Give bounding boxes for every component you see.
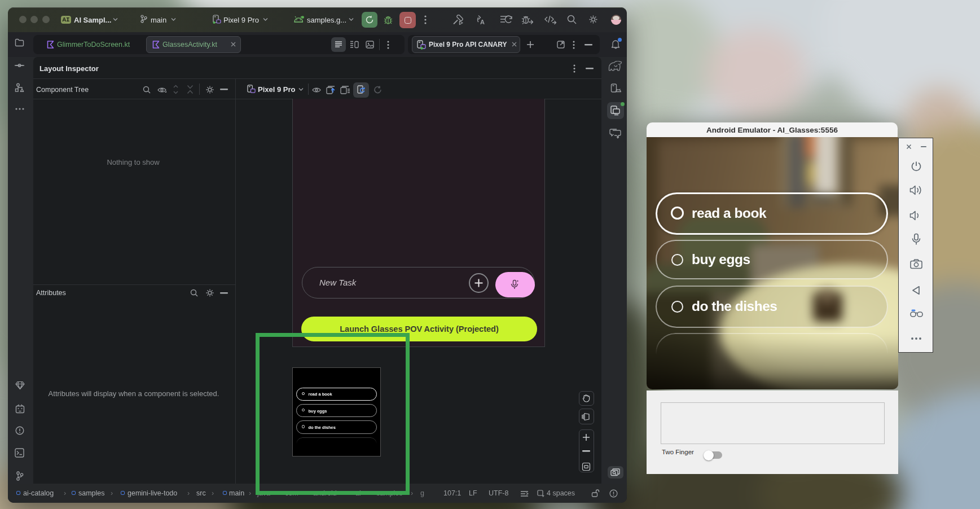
svg-text:A: A [480, 19, 485, 25]
